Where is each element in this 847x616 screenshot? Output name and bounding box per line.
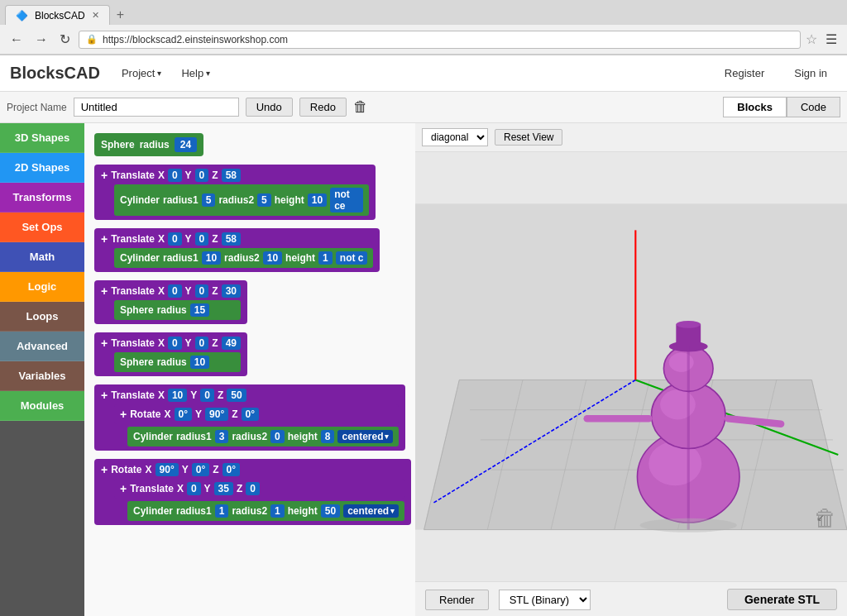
cylinder1-h-value[interactable]: 10 xyxy=(308,193,327,207)
translate2-y-value[interactable]: 0 xyxy=(195,232,209,246)
sidebar-item-modules[interactable]: Modules xyxy=(0,391,84,421)
cylinder3-r2-value[interactable]: 0 xyxy=(270,430,285,443)
rotate2-z-value[interactable]: 0° xyxy=(223,463,240,476)
rotate1-x-label: X xyxy=(165,408,171,420)
sphere-radius-value[interactable]: 24 xyxy=(175,137,197,152)
render-button[interactable]: Render xyxy=(425,590,489,610)
block-group-translate-sphere1: + Translate X 0 Y 0 Z 30 Sphere radius 1… xyxy=(94,280,405,324)
cylinder3-r1-label: radius1 xyxy=(176,431,212,442)
refresh-button[interactable]: ↻ xyxy=(56,30,74,49)
menu-button[interactable]: ☰ xyxy=(822,30,840,49)
redo-button[interactable]: Redo xyxy=(299,98,347,117)
translate4-y-label: Y xyxy=(185,337,192,349)
help-menu[interactable]: Help ▾ xyxy=(173,64,218,83)
signin-button[interactable]: Sign in xyxy=(784,64,837,83)
toolbar: Project Name Undo Redo 🗑 Blocks Code xyxy=(0,92,847,123)
sphere2-inner-radius-value[interactable]: 10 xyxy=(190,356,209,369)
view-select[interactable]: diagonal top front side xyxy=(422,128,488,146)
app: BlocksCAD Project ▾ Help ▾ Register Sign… xyxy=(0,55,847,616)
cylinder1-centered[interactable]: not ce xyxy=(330,188,363,212)
forward-button[interactable]: → xyxy=(31,31,51,49)
translate6-plus-icon: + xyxy=(120,482,127,495)
project-name-input[interactable] xyxy=(74,98,239,117)
bookmark-button[interactable]: ☆ xyxy=(806,31,817,47)
cylinder4-h-value[interactable]: 50 xyxy=(321,504,340,518)
cylinder4-r1-value[interactable]: 1 xyxy=(215,504,229,518)
project-name-label: Project Name xyxy=(7,102,67,113)
cylinder2-h-value[interactable]: 1 xyxy=(318,251,333,265)
sphere1-inner-radius-value[interactable]: 15 xyxy=(190,303,209,317)
translate1-label: Translate xyxy=(111,170,155,181)
translate6-y-value[interactable]: 35 xyxy=(214,482,233,495)
translate5-x-value[interactable]: 10 xyxy=(168,389,187,402)
cylinder2-centered[interactable]: not c xyxy=(336,251,368,265)
main-content: 3D Shapes 2D Shapes Transforms Set Ops M… xyxy=(0,123,847,616)
active-tab[interactable]: 🔷 BlocksCAD ✕ xyxy=(5,5,110,25)
reset-view-button[interactable]: Reset View xyxy=(495,129,562,146)
translate2-z-value[interactable]: 58 xyxy=(222,232,241,246)
format-select[interactable]: STL (Binary) STL (ASCII) OpenSCAD xyxy=(499,590,591,610)
cylinder3-r1-value[interactable]: 3 xyxy=(215,430,229,443)
back-button[interactable]: ← xyxy=(7,31,26,49)
cylinder3-centered[interactable]: centered ▾ xyxy=(337,430,393,443)
cylinder1-r2-value[interactable]: 5 xyxy=(257,193,271,207)
translate6-x-value[interactable]: 0 xyxy=(187,482,201,495)
cylinder4-r2-value[interactable]: 1 xyxy=(270,504,285,518)
browser-chrome: 🔷 BlocksCAD ✕ + ← → ↻ 🔒 https://blocksca… xyxy=(0,0,847,55)
address-bar[interactable]: 🔒 https://blockscad2.einsteinsworkshop.c… xyxy=(79,31,801,49)
translate3-x-value[interactable]: 0 xyxy=(168,284,182,298)
block-group-translate-2: + Translate X 0 Y 0 Z 58 Cylinder radius… xyxy=(94,228,405,272)
cylinder2-r1-value[interactable]: 10 xyxy=(202,251,221,265)
cylinder1-label: Cylinder xyxy=(120,194,160,206)
blocks-tab[interactable]: Blocks xyxy=(723,97,787,117)
cylinder1-r2-label: radius2 xyxy=(218,194,254,206)
translate3-y-value[interactable]: 0 xyxy=(195,284,209,298)
sidebar-item-set-ops[interactable]: Set Ops xyxy=(0,212,84,242)
view-3d: diagonal top front side Reset View xyxy=(415,123,847,616)
translate6-label: Translate xyxy=(130,483,174,494)
rotate2-y-value[interactable]: 0° xyxy=(192,463,209,476)
block-group-sphere-main: Sphere radius 24 xyxy=(94,133,405,156)
translate4-x-value[interactable]: 0 xyxy=(168,337,182,350)
delete-button[interactable]: 🗑 xyxy=(353,98,368,116)
block-group-translate-rotate-cyl: + Translate X 10 Y 0 Z 50 + Rotate X 0° xyxy=(94,384,405,451)
new-tab-button[interactable]: + xyxy=(110,5,131,25)
sidebar-item-logic[interactable]: Logic xyxy=(0,272,84,302)
generate-stl-button[interactable]: Generate STL xyxy=(727,589,837,610)
register-button[interactable]: Register xyxy=(715,64,774,83)
svg-point-26 xyxy=(676,321,701,328)
rotate1-y-value[interactable]: 90° xyxy=(205,408,228,421)
translate1-y-value[interactable]: 0 xyxy=(195,169,209,182)
sidebar-item-2d-shapes[interactable]: 2D Shapes xyxy=(0,153,84,183)
cylinder4-centered[interactable]: centered ▾ xyxy=(343,504,399,518)
cylinder3-r2-label: radius2 xyxy=(232,431,267,442)
translate4-z-value[interactable]: 49 xyxy=(222,337,241,350)
blocks-area: Sphere radius 24 + Translate X 0 Y 0 Z xyxy=(84,123,415,616)
translate3-z-value[interactable]: 30 xyxy=(222,284,241,298)
sidebar-item-loops[interactable]: Loops xyxy=(0,302,84,332)
translate2-x-value[interactable]: 0 xyxy=(168,232,182,246)
project-menu[interactable]: Project ▾ xyxy=(113,64,170,83)
tab-close-button[interactable]: ✕ xyxy=(92,10,99,21)
cylinder3-h-value[interactable]: 8 xyxy=(321,430,335,443)
translate1-z-value[interactable]: 58 xyxy=(222,169,241,182)
code-tab[interactable]: Code xyxy=(787,97,840,117)
sidebar-item-transforms[interactable]: Transforms xyxy=(0,183,84,212)
sidebar-item-advanced[interactable]: Advanced xyxy=(0,332,84,361)
sidebar-item-3d-shapes[interactable]: 3D Shapes xyxy=(0,123,84,153)
cylinder1-r1-value[interactable]: 5 xyxy=(202,193,216,207)
translate5-y-value[interactable]: 0 xyxy=(200,389,214,402)
undo-button[interactable]: Undo xyxy=(246,98,293,117)
rotate1-z-value[interactable]: 0° xyxy=(242,408,259,421)
cylinder2-r2-value[interactable]: 10 xyxy=(263,251,282,265)
translate4-y-value[interactable]: 0 xyxy=(195,337,209,350)
rotate1-x-value[interactable]: 0° xyxy=(175,408,192,421)
sidebar-item-variables[interactable]: Variables xyxy=(0,361,84,391)
translate6-z-value[interactable]: 0 xyxy=(246,482,260,495)
svg-point-23 xyxy=(669,352,694,371)
translate1-x-value[interactable]: 0 xyxy=(168,169,182,182)
rotate2-x-value[interactable]: 90° xyxy=(156,463,179,476)
sidebar-item-math[interactable]: Math xyxy=(0,242,84,272)
translate5-z-value[interactable]: 50 xyxy=(227,389,246,402)
tab-bar: 🔷 BlocksCAD ✕ + xyxy=(0,0,847,25)
